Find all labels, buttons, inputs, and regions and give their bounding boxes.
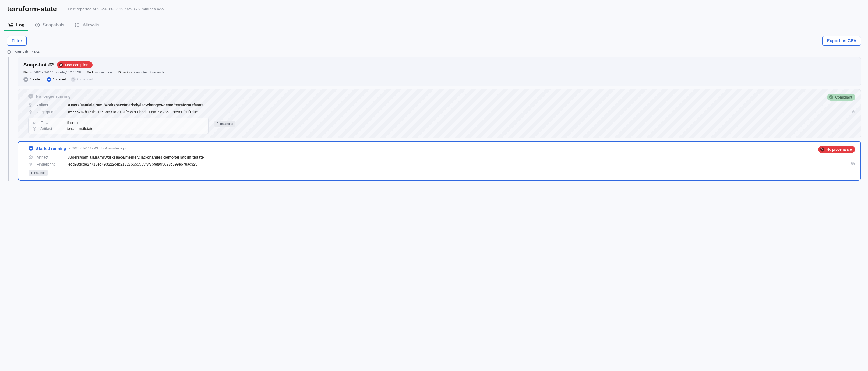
started-stat: + 1 started [46, 77, 66, 82]
fingerprint-value: edd93dcde27718ed493222ceb218275655555f3f… [68, 162, 847, 166]
flow-sub-card: Flow tf-demo Artifact terraform.tfstate [28, 118, 209, 134]
tab-snapshots[interactable]: Snapshots [34, 20, 65, 31]
date-label: Mar 7th, 2024 [14, 50, 39, 54]
flow-value: tf-demo [67, 121, 205, 125]
fingerprint-icon [29, 162, 34, 166]
snapshot-card[interactable]: Snapshot #2 Non-compliant Begin: 2024-03… [18, 57, 861, 86]
list-icon [75, 22, 80, 28]
check-circle-icon [829, 95, 834, 99]
x-circle-icon [59, 62, 63, 67]
page-title: terraform-state [7, 5, 57, 13]
minus-circle-icon: − [23, 77, 28, 82]
flow-label: Flow [40, 121, 65, 125]
fingerprint-label: Fingerprint [37, 162, 66, 166]
tab-allowlist[interactable]: Allow-list [74, 20, 102, 31]
copy-icon[interactable] [850, 162, 855, 167]
plus-circle-icon: + [29, 146, 33, 151]
log-icon [8, 22, 13, 28]
started-running-card[interactable]: + Started running at 2024-03-07 12:43:43… [18, 141, 861, 181]
tab-snapshots-label: Snapshots [43, 22, 64, 28]
x-circle-icon [820, 147, 825, 152]
non-compliant-label: Non-compliant [65, 63, 89, 67]
export-csv-button[interactable]: Export as CSV [822, 36, 861, 46]
refresh-circle-icon [71, 77, 75, 82]
exited-stat: − 1 exited [23, 77, 42, 82]
artifact-value: /Users/samialajrami/workspace/merkely/ia… [68, 155, 853, 160]
fingerprint-icon [28, 110, 34, 114]
snapshot-stats: − 1 exited + 1 started 0 changed [23, 77, 855, 82]
non-compliant-badge: Non-compliant [57, 61, 93, 68]
no-provenance-badge: No provenance [818, 146, 855, 153]
no-provenance-label: No provenance [826, 147, 852, 151]
fingerprint-label: Fingerprint [36, 110, 66, 114]
copy-icon[interactable] [850, 109, 855, 114]
svg-rect-3 [75, 23, 76, 24]
tabs: Log Snapshots Allow-list [0, 18, 868, 31]
no-longer-running-title: No longer running [36, 94, 71, 98]
timeline-line [7, 57, 15, 181]
artifact-label: Artifact [37, 155, 66, 160]
started-running-title: Started running [36, 146, 66, 151]
svg-rect-5 [75, 26, 76, 27]
tab-log-label: Log [16, 22, 25, 28]
compliant-badge: Compliant [827, 94, 855, 101]
compliant-label: Compliant [835, 95, 852, 99]
snapshot-title: Snapshot #2 [23, 62, 54, 68]
fingerprint-value: a57667a7b921b91d438631afa1a1fe35300b4da9… [68, 110, 848, 114]
svg-rect-4 [75, 25, 76, 25]
last-reported-status: Last reported at 2024-03-07 12:46:28 • 2… [68, 7, 163, 11]
clock-icon [35, 22, 40, 28]
cube-icon [28, 103, 34, 107]
snapshot-meta: Begin: 2024-03-07 (Thursday) 12:46:28 En… [23, 70, 855, 74]
tab-log[interactable]: Log [7, 20, 26, 31]
header-divider [62, 6, 62, 13]
started-running-timestamp: at 2024-03-07 12:43:43 • 4 minutes ago [69, 146, 126, 150]
instances-badge: 0 Instances [214, 121, 235, 127]
artifact-value: /Users/samialajrami/workspace/merkely/ia… [68, 103, 853, 107]
no-longer-running-card[interactable]: − No longer running Compliant [18, 89, 861, 138]
date-row: Mar 7th, 2024 [0, 49, 868, 57]
instances-badge: 1 Instance [29, 170, 48, 176]
filter-button[interactable]: Filter [7, 36, 27, 46]
cube-icon [29, 155, 34, 160]
svg-rect-0 [9, 23, 10, 25]
tab-allowlist-label: Allow-list [83, 22, 101, 28]
sub-artifact-label: Artifact [40, 126, 65, 131]
cube-icon [32, 126, 38, 131]
plus-circle-icon: + [46, 77, 52, 82]
sub-artifact-value: terraform.tfstate [67, 126, 205, 131]
changed-stat: 0 changed [71, 77, 93, 82]
clock-icon [7, 50, 11, 54]
minus-circle-icon: − [28, 94, 33, 98]
flow-icon [32, 121, 38, 125]
artifact-label: Artifact [36, 103, 66, 107]
